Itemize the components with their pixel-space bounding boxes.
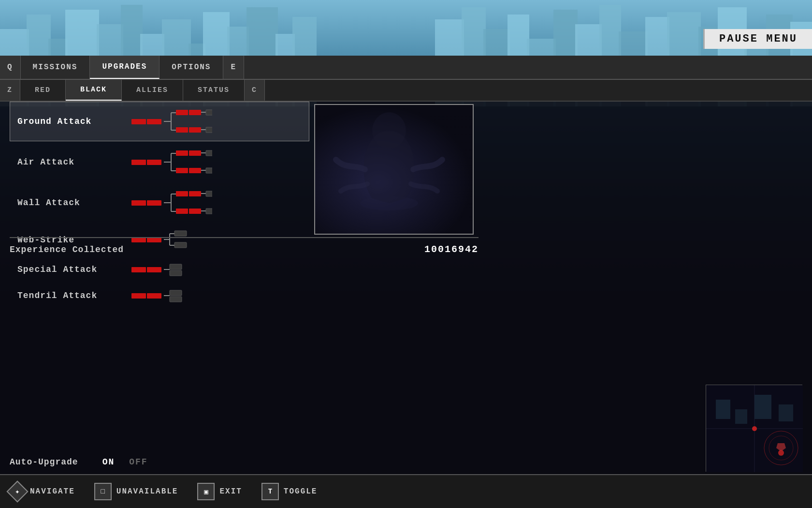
pause-menu-header: PAUSE MENU (703, 29, 812, 49)
preview-panel (314, 104, 474, 235)
tab-options[interactable]: OPTIONS (160, 56, 223, 79)
unavailable-icon: □ (94, 483, 112, 500)
tier1-air (131, 160, 162, 165)
skill-bars-wall-attack (131, 188, 212, 217)
skill-name-air-attack: Air Attack (17, 157, 124, 167)
pause-menu-label: PAUSE MENU (719, 33, 798, 45)
svg-rect-47 (176, 150, 188, 156)
tab-e[interactable]: E (223, 56, 244, 79)
svg-rect-77 (170, 290, 182, 296)
navigate-icon: ✦ (6, 480, 28, 502)
sub-tab-z[interactable]: Z (0, 80, 20, 101)
navigate-label: NAVIGATE (30, 487, 75, 496)
sub-tab-black[interactable]: BLACK (66, 80, 122, 101)
skill-air-attack[interactable]: Air Attack (10, 142, 309, 182)
tier1-ground (131, 119, 162, 124)
sub-tab-allies[interactable]: ALLIES (122, 80, 183, 101)
action-navigate[interactable]: ✦ NAVIGATE (10, 484, 75, 499)
sub-tab-c[interactable]: C (245, 80, 265, 101)
experience-label: Experience Collected (10, 245, 424, 254)
skill-name-ground-attack: Ground Attack (17, 117, 124, 126)
pip (131, 267, 146, 272)
svg-rect-84 (716, 400, 730, 419)
svg-point-91 (778, 450, 784, 456)
auto-upgrade-off[interactable]: OFF (129, 457, 147, 467)
auto-upgrade-label: Auto-Upgrade (10, 457, 78, 467)
auto-upgrade-on[interactable]: ON (102, 457, 115, 467)
svg-rect-40 (189, 127, 201, 133)
exit-icon: ▣ (197, 483, 215, 500)
toggle-label: TOGGLE (284, 487, 318, 496)
skill-name-tendril-attack: Tendril Attack (17, 291, 124, 300)
sub-nav: Z RED BLACK ALLIES STATUS C (0, 80, 812, 102)
action-unavailable[interactable]: □ UNAVAILABLE (94, 483, 178, 500)
skill-tendril-attack[interactable]: Tendril Attack (10, 283, 309, 308)
bars-svg-tendril (164, 288, 190, 303)
sub-tab-status[interactable]: STATUS (183, 80, 245, 101)
svg-rect-63 (176, 209, 188, 214)
svg-point-80 (372, 112, 406, 149)
skill-name-special-attack: Special Attack (17, 265, 124, 274)
svg-rect-86 (754, 395, 771, 419)
pip (147, 267, 161, 272)
experience-section: Experience Collected 10016942 (10, 237, 478, 255)
character-preview-svg (321, 106, 466, 232)
svg-rect-87 (779, 404, 793, 421)
pip (131, 293, 146, 299)
pip (131, 160, 146, 165)
svg-rect-75 (170, 270, 182, 276)
svg-rect-74 (170, 264, 182, 269)
svg-rect-35 (176, 110, 188, 115)
toggle-icon: T (261, 483, 279, 500)
action-toggle[interactable]: T TOGGLE (261, 483, 318, 500)
minimap-svg (706, 385, 803, 472)
exit-label: EXIT (219, 487, 242, 496)
svg-rect-71 (174, 231, 187, 236)
sub-tab-red[interactable]: RED (20, 80, 66, 101)
auto-upgrade-section: Auto-Upgrade ON OFF (10, 457, 148, 467)
svg-rect-52 (189, 168, 201, 173)
svg-rect-50 (206, 150, 212, 156)
svg-rect-36 (189, 110, 201, 115)
svg-rect-38 (206, 110, 212, 115)
skill-ground-attack[interactable]: Ground Attack (10, 102, 309, 141)
bars-svg-air (164, 148, 212, 177)
pip (147, 200, 161, 206)
bars-svg-wall (164, 188, 212, 217)
svg-rect-78 (170, 297, 182, 302)
pip (147, 160, 161, 165)
svg-rect-42 (206, 127, 212, 133)
svg-rect-48 (189, 150, 201, 156)
skill-special-attack[interactable]: Special Attack (10, 257, 309, 282)
svg-rect-54 (206, 168, 212, 173)
minimap (706, 385, 802, 472)
skill-wall-attack[interactable]: Wall Attack (10, 183, 309, 223)
tier1-tendril (131, 293, 162, 299)
pip (131, 200, 146, 206)
tier1-special (131, 267, 162, 272)
action-exit[interactable]: ▣ EXIT (197, 483, 242, 500)
top-nav: Q MISSIONS UPGRADES OPTIONS E (0, 56, 812, 80)
svg-rect-85 (735, 409, 747, 424)
bars-svg-ground (164, 107, 212, 136)
skill-bars-special-attack (131, 262, 190, 277)
bottom-action-bar: ✦ NAVIGATE □ UNAVAILABLE ▣ EXIT T TOGGLE (0, 474, 812, 508)
skill-bars-tendril-attack (131, 288, 190, 303)
svg-rect-59 (176, 191, 188, 196)
tab-missions[interactable]: MISSIONS (21, 56, 90, 79)
svg-rect-66 (206, 209, 212, 214)
unavailable-label: UNAVAILABLE (116, 487, 178, 496)
svg-rect-60 (189, 191, 201, 196)
skill-bars-ground-attack (131, 107, 212, 136)
tier1-wall (131, 200, 162, 206)
tab-upgrades[interactable]: UPGRADES (90, 56, 160, 79)
bars-svg-special (164, 262, 190, 277)
skill-bars-air-attack (131, 148, 212, 177)
skill-name-wall-attack: Wall Attack (17, 198, 124, 208)
tab-q[interactable]: Q (0, 56, 21, 79)
svg-rect-39 (176, 127, 188, 133)
pip (131, 119, 146, 124)
skills-panel: Ground Attack (10, 102, 309, 309)
pip (147, 119, 161, 124)
svg-rect-62 (206, 191, 212, 196)
